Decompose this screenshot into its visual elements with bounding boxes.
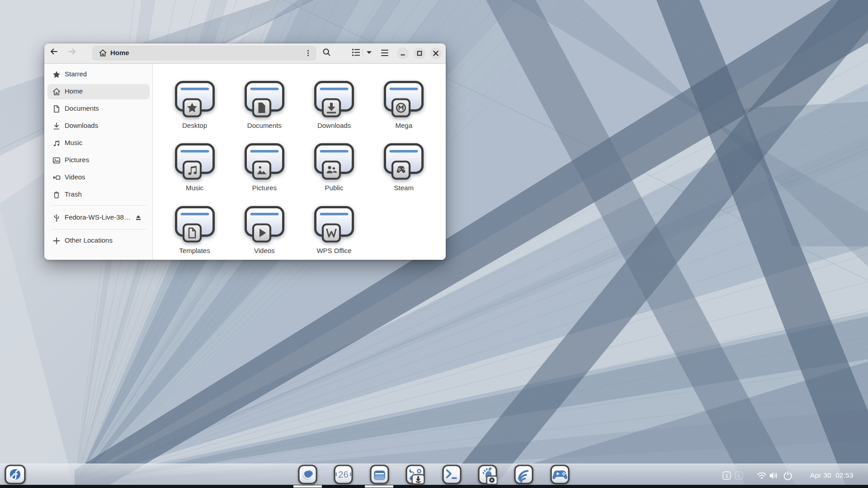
svg-text:1: 1: [725, 473, 728, 479]
svg-text:26: 26: [338, 469, 349, 479]
svg-text:A: A: [737, 473, 741, 479]
